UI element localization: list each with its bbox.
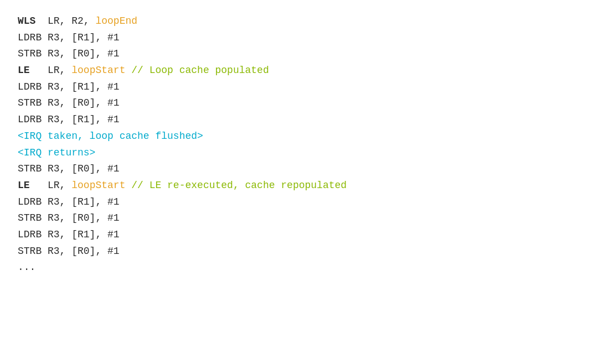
code-token: loopStart [71,65,125,76]
code-token: LDRB R3, [R1], #1 [18,114,120,125]
code-line: <IRQ returns> [18,145,580,162]
code-token: STRB R3, [R0], #1 [18,212,120,223]
code-line: LDRB R3, [R1], #1 [18,112,580,128]
code-token: STRB R3, [R0], #1 [18,97,120,108]
code-token: STRB R3, [R0], #1 [18,246,120,257]
code-line: STRB R3, [R0], #1 [18,243,580,260]
code-token: WLS [18,15,35,27]
code-token: STRB R3, [R0], #1 [18,48,120,59]
code-token: // LE re-executed, cache repopulated [125,180,347,191]
code-line: LDRB R3, [R1], #1 [18,227,580,243]
code-line: LE LR, loopStart // LE re-executed, cach… [18,178,580,194]
code-line: LDRB R3, [R1], #1 [18,79,580,96]
code-line: STRB R3, [R0], #1 [18,210,580,227]
code-token: LR, [30,65,72,76]
code-line: LDRB R3, [R1], #1 [18,30,580,46]
code-token: STRB R3, [R0], #1 [18,163,120,174]
code-token: <IRQ returns> [18,147,95,158]
code-token: LR, R2, [35,15,95,27]
code-line: LDRB R3, [R1], #1 [18,194,580,211]
code-token: LE [18,65,30,76]
code-block: WLS LR, R2, loopEndLDRB R3, [R1], #1STRB… [18,13,580,276]
code-token: loopStart [71,180,125,191]
code-token: LDRB R3, [R1], #1 [18,229,120,240]
code-line: STRB R3, [R0], #1 [18,95,580,112]
code-token: loopEnd [95,15,137,27]
code-token: ... [18,262,35,273]
code-token: <IRQ taken, loop cache flushed> [18,131,203,142]
code-line: WLS LR, R2, loopEnd [18,13,580,30]
code-line: LE LR, loopStart // Loop cache populated [18,63,580,79]
code-line: <IRQ taken, loop cache flushed> [18,128,580,145]
code-token: LDRB R3, [R1], #1 [18,81,120,92]
code-token: // Loop cache populated [125,65,269,76]
code-line: STRB R3, [R0], #1 [18,46,580,63]
code-token: LDRB R3, [R1], #1 [18,196,120,207]
code-token: LE [18,180,30,191]
code-token: LR, [30,180,72,191]
code-line: ... [18,259,580,276]
code-line: STRB R3, [R0], #1 [18,161,580,178]
code-token: LDRB R3, [R1], #1 [18,32,120,43]
